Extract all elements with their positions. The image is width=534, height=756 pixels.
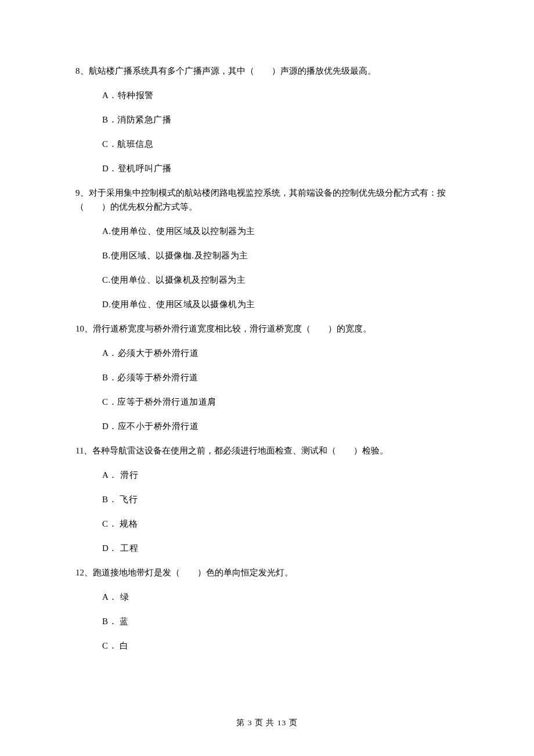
- question-options: A．必须大于桥外滑行道 B．必须等于桥外滑行道 C．应等于桥外滑行道加道肩 D．…: [75, 346, 459, 433]
- option-b: B．必须等于桥外滑行道: [102, 370, 459, 384]
- question-text: 对于采用集中控制模式的航站楼闭路电视监控系统，其前端设备的控制优先级分配方式有：…: [75, 188, 446, 211]
- question-number: 11、: [75, 446, 92, 455]
- question-text: 滑行道桥宽度与桥外滑行道宽度相比较，滑行道桥宽度（ ）的宽度。: [93, 324, 371, 333]
- option-a: A． 滑行: [102, 468, 459, 482]
- question-number: 12、: [75, 568, 93, 577]
- option-c: C．应等于桥外滑行道加道肩: [102, 395, 459, 409]
- question-text: 航站楼广播系统具有多个广播声源，其中（ ）声源的播放优先级最高。: [89, 66, 376, 75]
- option-c: C.使用单位、以摄像机及控制器为主: [102, 273, 459, 287]
- option-a: A.使用单位、使用区域及以控制器为主: [102, 224, 459, 238]
- option-c: C． 白: [102, 639, 459, 653]
- question-number: 8、: [75, 66, 89, 75]
- question-text: 各种导航雷达设备在使用之前，都必须进行地面检查、测试和（ ）检验。: [92, 446, 388, 455]
- page-content: 8、航站楼广播系统具有多个广播声源，其中（ ）声源的播放优先级最高。 A．特种报…: [0, 0, 534, 686]
- question-text: 跑道接地地带灯是发（ ）色的单向恒定发光灯。: [93, 568, 293, 577]
- question-8: 8、航站楼广播系统具有多个广播声源，其中（ ）声源的播放优先级最高。 A．特种报…: [75, 64, 459, 175]
- question-12: 12、跑道接地地带灯是发（ ）色的单向恒定发光灯。 A． 绿 B． 蓝 C． 白: [75, 566, 459, 653]
- option-d: D．应不小于桥外滑行道: [102, 419, 459, 433]
- option-d: D.使用单位、使用区域及以摄像机为主: [102, 297, 459, 311]
- question-options: A． 滑行 B． 飞行 C． 规格 D． 工程: [75, 468, 459, 555]
- option-b: B．消防紧急广播: [102, 113, 459, 127]
- question-stem: 10、滑行道桥宽度与桥外滑行道宽度相比较，滑行道桥宽度（ ）的宽度。: [75, 322, 459, 336]
- option-b: B． 飞行: [102, 492, 459, 506]
- option-d: D． 工程: [102, 541, 459, 555]
- page-footer: 第 3 页 共 13 页: [0, 718, 534, 728]
- question-9: 9、对于采用集中控制模式的航站楼闭路电视监控系统，其前端设备的控制优先级分配方式…: [75, 186, 459, 311]
- option-b: B． 蓝: [102, 614, 459, 628]
- question-options: A.使用单位、使用区域及以控制器为主 B.使用区域、以摄像枷.及控制器为主 C.…: [75, 224, 459, 311]
- question-options: A．特种报警 B．消防紧急广播 C．航班信息 D．登机呼叫广播: [75, 88, 459, 175]
- question-options: A． 绿 B． 蓝 C． 白: [75, 590, 459, 653]
- question-stem: 11、各种导航雷达设备在使用之前，都必须进行地面检查、测试和（ ）检验。: [75, 444, 459, 458]
- question-10: 10、滑行道桥宽度与桥外滑行道宽度相比较，滑行道桥宽度（ ）的宽度。 A．必须大…: [75, 322, 459, 433]
- question-stem: 12、跑道接地地带灯是发（ ）色的单向恒定发光灯。: [75, 566, 459, 579]
- question-number: 10、: [75, 324, 93, 333]
- question-11: 11、各种导航雷达设备在使用之前，都必须进行地面检查、测试和（ ）检验。 A． …: [75, 444, 459, 555]
- option-c: C．航班信息: [102, 137, 459, 151]
- question-stem: 8、航站楼广播系统具有多个广播声源，其中（ ）声源的播放优先级最高。: [75, 64, 459, 78]
- option-a: A．特种报警: [102, 88, 459, 102]
- option-c: C． 规格: [102, 517, 459, 531]
- option-a: A． 绿: [102, 590, 459, 604]
- option-d: D．登机呼叫广播: [102, 161, 459, 175]
- question-number: 9、: [75, 188, 89, 197]
- question-stem: 9、对于采用集中控制模式的航站楼闭路电视监控系统，其前端设备的控制优先级分配方式…: [75, 186, 459, 214]
- option-b: B.使用区域、以摄像枷.及控制器为主: [102, 249, 459, 262]
- option-a: A．必须大于桥外滑行道: [102, 346, 459, 360]
